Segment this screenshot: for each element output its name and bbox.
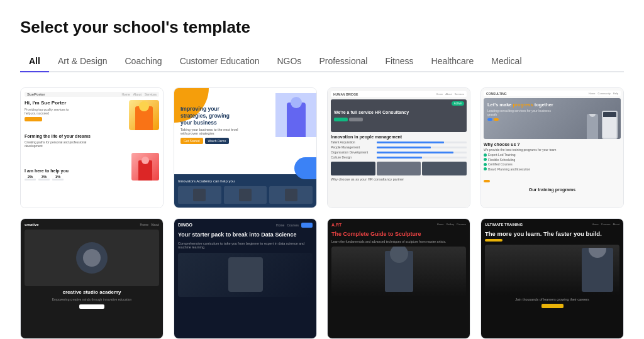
card1-body: I am here to help you <box>25 169 69 173</box>
filter-all[interactable]: All <box>20 51 49 72</box>
page-title: Select your school's template <box>20 18 624 37</box>
card1-headline: Hi, I'm Sue Porter <box>25 100 75 106</box>
template-card-sue-porter[interactable]: SuePorter Home About Services Hi, I'm Su… <box>20 87 164 208</box>
templates-grid: SuePorter Home About Services Hi, I'm Su… <box>20 87 624 339</box>
card6-headline: Your starter pack to break into Data Sci… <box>178 231 313 239</box>
template-card-art-sculpture[interactable]: A.RT Home Gallery Courses The Complete G… <box>327 218 470 339</box>
card6-subtext: Comprehensive curriculum to take you fro… <box>178 242 313 249</box>
card3-headline: We're a full service HR Consultancy <box>334 110 409 115</box>
page-container: Select your school's template All Art & … <box>0 0 644 339</box>
card6-logo: DINGO <box>178 223 192 228</box>
filter-art-design[interactable]: Art & Design <box>49 51 116 72</box>
template-card-data-science[interactable]: DINGO Home Courses Your starter pack to … <box>174 218 317 339</box>
template-card-consulting[interactable]: CONSULTING Home Community Help Let's mak… <box>480 87 624 208</box>
card4-programs: Our training programs <box>484 187 621 192</box>
filter-medical[interactable]: Medical <box>482 51 530 72</box>
card2-headline: Improving your strategies, growing your … <box>180 106 240 126</box>
card4-why: Why choose us ? <box>484 142 621 147</box>
filter-ngos[interactable]: NGOs <box>268 51 310 72</box>
card8-headline: The more you learn. The faster you build… <box>485 230 619 238</box>
card2-cta1[interactable]: Get Started <box>180 138 203 144</box>
card2-tagline: Innovators Academy can help you <box>178 179 313 183</box>
template-thumb-2: Improving your strategies, growing your … <box>174 88 316 208</box>
card1-subtext: Forming the life of your dreams <box>25 134 159 138</box>
card5-headline: creative studio academy <box>25 289 159 296</box>
template-card-ultimate-training[interactable]: ULTIMATE TRAINING Home Courses About The… <box>480 218 624 339</box>
template-card-creative-studio[interactable]: creative Home About creative studio acad… <box>20 218 164 339</box>
template-thumb-6: DINGO Home Courses Your starter pack to … <box>174 219 316 338</box>
template-card-hr-consultancy[interactable]: HUMAN BRIDGE Home About Services We're a… <box>327 87 470 208</box>
template-card-innovators-academy[interactable]: Improving your strategies, growing your … <box>174 87 317 208</box>
filter-coaching[interactable]: Coaching <box>116 51 170 72</box>
template-thumb-7: A.RT Home Gallery Courses The Complete G… <box>328 219 470 338</box>
card3-badge: Active <box>452 101 464 106</box>
filter-nav: All Art & Design Coaching Customer Educa… <box>20 51 624 72</box>
card8-logo: ULTIMATE TRAINING <box>485 223 523 226</box>
template-thumb-4: CONSULTING Home Community Help Let's mak… <box>481 88 623 208</box>
card3-section2: Why choose us as your HR consultancy par… <box>331 177 467 181</box>
template-thumb-5: creative Home About creative studio acad… <box>21 219 163 338</box>
filter-healthcare[interactable]: Healthcare <box>423 51 483 72</box>
card7-logo: A.RT <box>331 223 341 227</box>
filter-professional[interactable]: Professional <box>310 51 376 72</box>
template-thumb-8: ULTIMATE TRAINING Home Courses About The… <box>481 219 623 338</box>
template-thumb-1: SuePorter Home About Services Hi, I'm Su… <box>21 88 163 208</box>
card7-headline: The Complete Guide to Sculpture <box>331 231 466 238</box>
filter-fitness[interactable]: Fitness <box>376 51 422 72</box>
card2-cta2[interactable]: Watch Demo <box>205 138 230 144</box>
card3-section: Innovation in people management <box>331 135 467 139</box>
filter-customer-education[interactable]: Customer Education <box>171 51 269 72</box>
card7-subtext: Learn the fundamentals and advanced tech… <box>331 240 466 243</box>
template-thumb-3: HUMAN BRIDGE Home About Services We're a… <box>328 88 470 208</box>
